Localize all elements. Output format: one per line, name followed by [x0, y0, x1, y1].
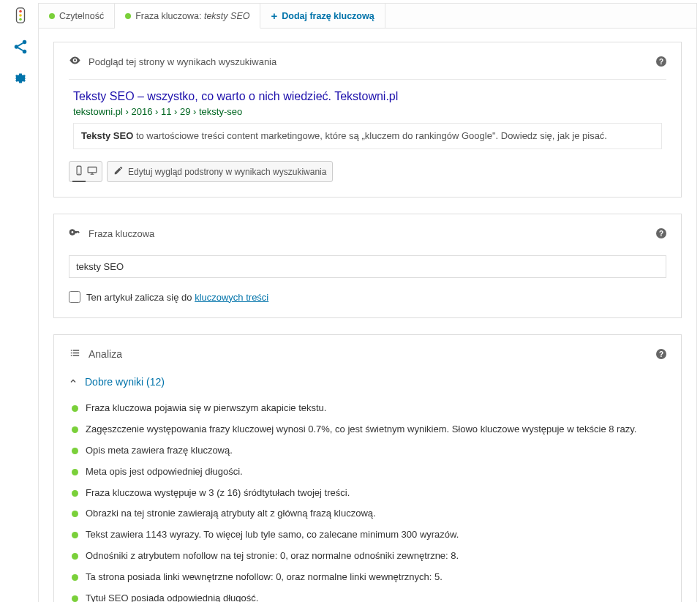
section-heading: Podgląd tej strony w wynikach wyszukiwan…	[89, 56, 276, 67]
button-label: Edytuj wygląd podstrony w wynikach wyszu…	[128, 167, 326, 177]
status-dot-icon	[72, 595, 78, 602]
desktop-icon	[87, 165, 97, 178]
analysis-card: Analiza ? Dobre wyniki (12) Fraza kluczo…	[53, 334, 682, 602]
list-item: Fraza kluczowa pojawia się w pierwszym a…	[72, 398, 666, 419]
list-item: Meta opis jest odpowiedniej długości.	[72, 462, 666, 483]
svg-point-4	[23, 40, 27, 45]
pencil-icon	[113, 165, 124, 178]
mobile-icon	[74, 165, 84, 178]
tab-add-keyword[interactable]: + Dodaj frazę kluczową	[260, 4, 385, 28]
snippet-preview-card: Podgląd tej strony w wynikach wyszukiwan…	[53, 42, 682, 197]
section-heading: Analiza	[89, 348, 122, 360]
help-icon[interactable]: ?	[656, 228, 666, 238]
list-item: Odnośniki z atrybutem nofollow na tej st…	[72, 546, 666, 567]
snippet-url: tekstowni.pl › 2016 › 11 › 29 › teksty-s…	[73, 106, 662, 117]
gear-icon[interactable]	[12, 70, 29, 89]
list-item: Obrazki na tej stronie zawierają atrybut…	[72, 503, 666, 524]
tab-label: Fraza kluczowa: teksty SEO	[135, 11, 249, 21]
snippet-description: Teksty SEO to wartościowe treści content…	[73, 123, 662, 149]
tab-label: Czytelność	[59, 11, 104, 21]
tab-readability[interactable]: Czytelność	[39, 4, 115, 28]
cornerstone-checkbox[interactable]	[69, 291, 80, 303]
cornerstone-row[interactable]: Ten artykuł zalicza się do kluczowych tr…	[69, 291, 666, 303]
svg-point-2	[19, 14, 22, 17]
eye-icon	[69, 54, 81, 69]
section-heading: Fraza kluczowa	[89, 228, 154, 239]
edit-snippet-button[interactable]: Edytuj wygląd podstrony w wynikach wyszu…	[107, 161, 333, 182]
keyword-input[interactable]	[69, 255, 666, 278]
status-dot-icon	[72, 553, 78, 560]
cornerstone-link[interactable]: kluczowych treści	[195, 292, 268, 303]
list-item: Tytuł SEO posiada odpowiednią długość.	[72, 588, 666, 602]
chevron-up-icon	[69, 377, 78, 388]
svg-point-7	[74, 59, 76, 61]
list-item: Fraza kluczowa występuje w 3 (z 16) śród…	[72, 483, 666, 504]
status-dot-icon	[72, 469, 78, 475]
tab-keyword[interactable]: Fraza kluczowa: teksty SEO	[115, 4, 260, 29]
plugin-sidebar	[3, 3, 38, 602]
device-toggle[interactable]	[69, 161, 102, 182]
share-icon[interactable]	[12, 39, 29, 57]
status-dot-icon	[125, 13, 131, 19]
svg-point-1	[19, 10, 22, 13]
status-dot-icon	[72, 490, 78, 497]
status-dot-icon	[72, 405, 78, 412]
svg-point-3	[19, 18, 22, 21]
collapse-label: Dobre wyniki (12)	[85, 376, 165, 388]
status-dot-icon	[49, 13, 55, 19]
tab-label: Dodaj frazę kluczową	[282, 11, 374, 21]
list-item: Tekst zawiera 1143 wyrazy. To więcej lub…	[72, 524, 666, 546]
svg-rect-10	[88, 168, 97, 173]
status-dot-icon	[72, 532, 78, 538]
analysis-results-list: Fraza kluczowa pojawia się w pierwszym a…	[69, 398, 666, 602]
keyword-card: Fraza kluczowa ? Ten artykuł zalicza się…	[53, 214, 682, 318]
status-dot-icon	[72, 426, 78, 433]
search-snippet: Teksty SEO – wszystko, co warto o nich w…	[69, 79, 666, 151]
svg-point-9	[78, 173, 79, 174]
checkbox-label: Ten artykuł zalicza się do kluczowych tr…	[86, 292, 268, 303]
list-item: Ta strona posiada linki wewnętrzne nofol…	[72, 567, 666, 588]
help-icon[interactable]: ?	[656, 349, 666, 359]
key-icon	[69, 226, 81, 241]
svg-point-5	[15, 45, 19, 49]
seo-metabox: Czytelność Fraza kluczowa: teksty SEO + …	[38, 3, 697, 602]
help-icon[interactable]: ?	[656, 56, 666, 67]
plus-icon: +	[271, 10, 277, 21]
status-dot-icon	[72, 511, 78, 517]
tab-bar: Czytelność Fraza kluczowa: teksty SEO + …	[39, 4, 696, 29]
svg-point-6	[23, 50, 27, 54]
status-dot-icon	[72, 574, 78, 581]
good-results-toggle[interactable]: Dobre wyniki (12)	[69, 376, 666, 388]
list-item: Opis meta zawiera frazę kluczową.	[72, 440, 666, 462]
status-dot-icon	[72, 448, 78, 454]
list-item: Zagęszczenie występowania frazy kluczowe…	[72, 419, 666, 440]
list-icon	[69, 347, 81, 361]
traffic-light-icon[interactable]	[12, 7, 29, 26]
snippet-title[interactable]: Teksty SEO – wszystko, co warto o nich w…	[73, 90, 662, 103]
